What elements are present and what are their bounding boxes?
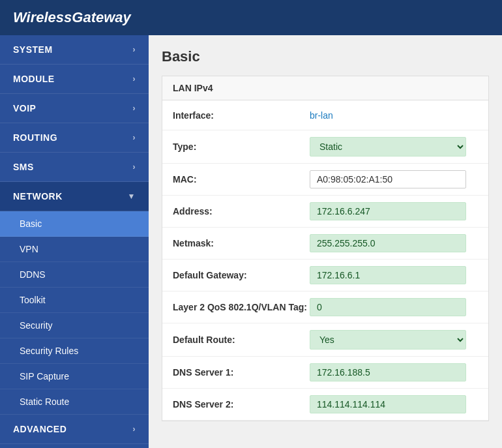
chevron-icon-sms: › — [133, 162, 136, 172]
sidebar: SYSTEM ›MODULE ›VOIP ›ROUTING ›SMS ›NETW… — [0, 35, 149, 448]
section-header: LAN IPv4 — [162, 76, 488, 100]
form-row-5: Default Gateway: — [162, 260, 488, 291]
form-label-7: Default Route: — [173, 335, 310, 345]
form-value-3[interactable] — [310, 202, 478, 220]
sidebar-label-network: NETWORK — [13, 191, 63, 202]
sidebar-item-system[interactable]: SYSTEM › — [0, 35, 149, 65]
sidebar-item-sms[interactable]: SMS › — [0, 153, 149, 182]
main-card: LAN IPv4 Interface:br-lanType:StaticDHCP… — [162, 76, 489, 421]
sidebar-label-sms: SMS — [13, 162, 34, 172]
sidebar-sub-label-security: Security — [20, 320, 53, 331]
form-value-9[interactable] — [310, 395, 478, 413]
chevron-icon-network: ▼ — [128, 192, 136, 201]
form-value-8[interactable] — [310, 363, 478, 381]
sidebar-item-advanced[interactable]: ADVANCED › — [0, 415, 149, 444]
form-row-9: DNS Server 2: — [162, 389, 488, 421]
form-value-5[interactable] — [310, 266, 478, 284]
sidebar-item-network[interactable]: NETWORK ▼ — [0, 182, 149, 211]
chevron-icon-advanced: › — [133, 425, 136, 434]
input-6[interactable] — [310, 298, 466, 316]
sidebar-item-routing[interactable]: ROUTING › — [0, 123, 149, 153]
app-title: WirelessGateway — [13, 9, 131, 25]
sidebar-label-voip: VOIP — [13, 103, 36, 113]
input-8[interactable] — [310, 363, 466, 381]
sidebar-label-advanced: ADVANCED — [13, 424, 66, 434]
input-9[interactable] — [310, 395, 466, 413]
form-label-1: Type: — [173, 142, 310, 152]
sidebar-bottom-items: ADVANCED › — [0, 415, 149, 444]
form-label-4: Netmask: — [173, 238, 310, 248]
sidebar-sub-item-toolkit[interactable]: Toolkit — [0, 288, 149, 313]
form-label-8: DNS Server 1: — [173, 367, 310, 378]
form-value-7[interactable]: YesNo — [310, 330, 478, 350]
sidebar-sub-label-ddns: DDNS — [20, 269, 46, 280]
form-label-3: Address: — [173, 206, 310, 217]
input-5[interactable] — [310, 266, 466, 284]
sidebar-sub-label-basic: Basic — [20, 218, 42, 229]
sidebar-sub-label-security-rules: Security Rules — [20, 346, 78, 356]
input-4[interactable] — [310, 234, 466, 252]
form-row-1: Type:StaticDHCP — [162, 130, 488, 164]
form-row-8: DNS Server 1: — [162, 357, 488, 389]
sidebar-item-voip[interactable]: VOIP › — [0, 94, 149, 123]
form-label-5: Default Gateway: — [173, 270, 310, 280]
sidebar-sub-label-vpn: VPN — [20, 244, 38, 254]
form-value-0[interactable]: br-lan — [310, 110, 478, 121]
input-3[interactable] — [310, 202, 466, 220]
sidebar-label-routing: ROUTING — [13, 132, 57, 143]
sidebar-sub-label-toolkit: Toolkit — [20, 295, 46, 305]
sidebar-sub-label-static-route: Static Route — [20, 396, 69, 407]
input-2[interactable] — [310, 170, 466, 188]
chevron-icon-routing: › — [133, 133, 136, 142]
sidebar-sub-item-vpn[interactable]: VPN — [0, 237, 149, 262]
sidebar-sub-item-basic[interactable]: Basic — [0, 211, 149, 237]
form-value-1[interactable]: StaticDHCP — [310, 137, 478, 157]
form-row-6: Layer 2 QoS 802.1Q/VLAN Tag: — [162, 291, 488, 323]
sidebar-label-module: MODULE — [13, 74, 55, 84]
form-row-4: Netmask: — [162, 228, 488, 260]
form-value-6[interactable] — [310, 298, 478, 316]
form-value-2[interactable] — [310, 170, 478, 188]
sidebar-sub-item-security-rules[interactable]: Security Rules — [0, 338, 149, 364]
content-area: Basic LAN IPv4 Interface:br-lanType:Stat… — [149, 35, 502, 448]
sidebar-sub-items: BasicVPNDDNSToolkitSecuritySecurity Rule… — [0, 211, 149, 415]
main-layout: SYSTEM ›MODULE ›VOIP ›ROUTING ›SMS ›NETW… — [0, 35, 502, 448]
chevron-icon-system: › — [133, 45, 136, 54]
form-label-9: DNS Server 2: — [173, 399, 310, 410]
form-rows: Interface:br-lanType:StaticDHCPMAC:Addre… — [162, 100, 488, 421]
form-label-2: MAC: — [173, 174, 310, 185]
sidebar-sub-item-ddns[interactable]: DDNS — [0, 262, 149, 288]
sidebar-sub-item-sip-capture[interactable]: SIP Capture — [0, 364, 149, 389]
form-label-6: Layer 2 QoS 802.1Q/VLAN Tag: — [173, 302, 310, 312]
sidebar-sub-item-security[interactable]: Security — [0, 313, 149, 338]
sidebar-sub-label-sip-capture: SIP Capture — [20, 371, 69, 381]
form-label-0: Interface: — [173, 110, 310, 121]
select-1[interactable]: StaticDHCP — [310, 137, 466, 157]
form-row-3: Address: — [162, 196, 488, 228]
chevron-icon-voip: › — [133, 104, 136, 113]
sidebar-label-system: SYSTEM — [13, 44, 53, 55]
sidebar-top-items: SYSTEM ›MODULE ›VOIP ›ROUTING ›SMS ›NETW… — [0, 35, 149, 211]
app-header: WirelessGateway — [0, 0, 502, 35]
sidebar-sub-item-static-route[interactable]: Static Route — [0, 389, 149, 415]
form-row-2: MAC: — [162, 164, 488, 196]
form-row-0: Interface:br-lan — [162, 100, 488, 130]
select-7[interactable]: YesNo — [310, 330, 466, 350]
form-value-4[interactable] — [310, 234, 478, 252]
page-title: Basic — [162, 48, 489, 65]
form-row-7: Default Route:YesNo — [162, 323, 488, 357]
sidebar-item-module[interactable]: MODULE › — [0, 65, 149, 94]
chevron-icon-module: › — [133, 74, 136, 83]
